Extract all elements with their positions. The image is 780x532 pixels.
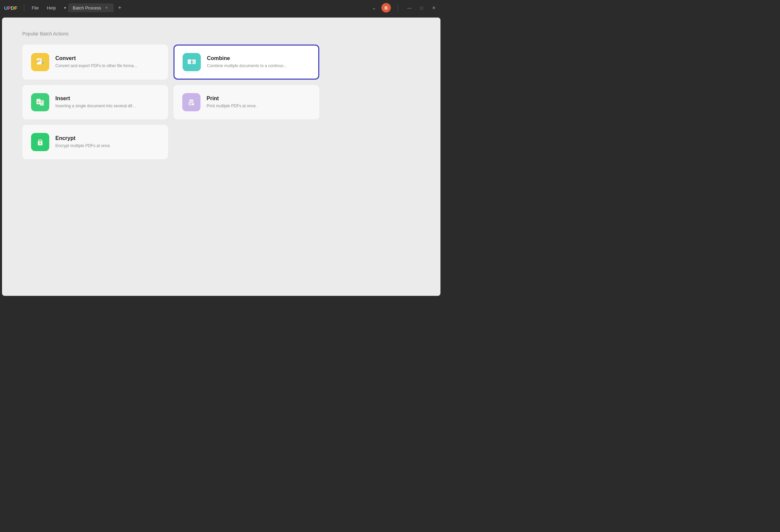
encrypt-desc: Encrypt multiple PDFs at once.: [55, 143, 159, 149]
svg-rect-14: [189, 101, 194, 102]
section-title: Popular Batch Actions: [22, 31, 420, 36]
titlebar: UPDF File Help ▾ Batch Process × + ⌄ B —…: [0, 0, 442, 16]
close-button[interactable]: ✕: [429, 3, 438, 12]
tab-close-button[interactable]: ×: [104, 5, 109, 10]
menu-file[interactable]: File: [28, 4, 42, 12]
encrypt-title: Encrypt: [55, 135, 159, 141]
combine-info: Combine Combine multiple documents to a …: [207, 55, 310, 69]
svg-rect-13: [193, 102, 194, 103]
tab-bar: ▾ Batch Process × +: [62, 3, 369, 12]
encrypt-info: Encrypt Encrypt multiple PDFs at once.: [55, 135, 159, 149]
print-info: Print Print multiple PDFs at once.: [207, 95, 311, 109]
tab-dropdown[interactable]: ▾: [62, 4, 68, 11]
batch-process-tab[interactable]: Batch Process ×: [68, 3, 114, 12]
tab-label: Batch Process: [73, 5, 101, 10]
encrypt-card[interactable]: Encrypt Encrypt multiple PDFs at once.: [22, 125, 168, 159]
insert-icon-bg: [31, 93, 49, 111]
titlebar-right-divider: [398, 4, 398, 11]
convert-icon-bg: [31, 53, 49, 71]
new-tab-button[interactable]: +: [115, 4, 124, 12]
avatar[interactable]: B: [381, 3, 391, 12]
convert-icon: [35, 57, 46, 67]
svg-rect-12: [189, 104, 192, 105]
combine-icon: [186, 57, 197, 67]
svg-rect-6: [40, 100, 44, 106]
print-desc: Print multiple PDFs at once.: [207, 103, 311, 109]
insert-info: Insert Inserting a single document into …: [55, 95, 159, 109]
minimize-button[interactable]: —: [405, 3, 414, 12]
app-logo[interactable]: UPDF: [4, 5, 17, 11]
menu-help[interactable]: Help: [44, 4, 59, 12]
svg-rect-16: [39, 143, 41, 144]
print-title: Print: [207, 95, 311, 102]
print-icon: [186, 97, 197, 108]
insert-icon: [35, 97, 46, 108]
combine-card[interactable]: Combine Combine multiple documents to a …: [173, 45, 319, 80]
print-card[interactable]: Print Print multiple PDFs at once.: [173, 85, 319, 119]
encrypt-icon: [35, 137, 46, 147]
chevron-down-icon[interactable]: ⌄: [369, 3, 379, 12]
logo-d: D: [11, 5, 14, 11]
actions-grid: Convert Convert and export PDFs to other…: [22, 45, 319, 159]
titlebar-divider: [24, 4, 24, 11]
svg-rect-11: [189, 103, 193, 104]
logo-u: U: [4, 5, 7, 11]
combine-title: Combine: [207, 55, 310, 61]
print-icon-bg: [182, 93, 200, 111]
maximize-button[interactable]: □: [417, 3, 426, 12]
convert-desc: Convert and export PDFs to other file fo…: [55, 63, 159, 69]
titlebar-menu: File Help: [28, 4, 59, 12]
convert-info: Convert Convert and export PDFs to other…: [55, 55, 159, 69]
insert-desc: Inserting a single document into several…: [55, 103, 159, 109]
encrypt-icon-bg: [31, 133, 49, 151]
svg-rect-1: [38, 60, 41, 60]
combine-icon-bg: [183, 53, 201, 71]
logo-p: P: [7, 5, 11, 11]
titlebar-right: ⌄ B — □ ✕: [369, 3, 438, 12]
insert-card[interactable]: Insert Inserting a single document into …: [22, 85, 168, 119]
convert-card[interactable]: Convert Convert and export PDFs to other…: [22, 45, 168, 80]
svg-rect-8: [41, 102, 42, 103]
logo-f: F: [14, 5, 17, 11]
svg-rect-7: [41, 101, 43, 102]
convert-title: Convert: [55, 55, 159, 61]
combine-desc: Combine multiple documents to a continuo…: [207, 63, 310, 69]
insert-title: Insert: [55, 95, 159, 102]
main-content: Popular Batch Actions Convert Convert an…: [2, 18, 440, 296]
